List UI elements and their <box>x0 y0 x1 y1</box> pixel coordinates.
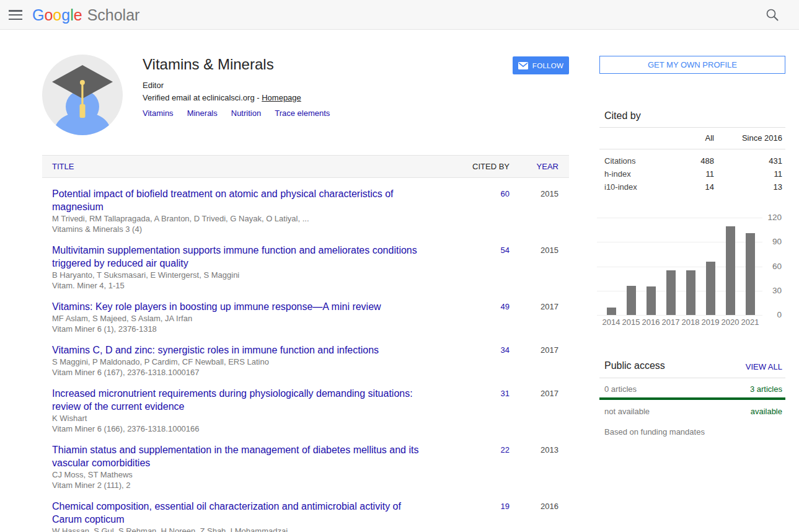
article-main: Multivitamin supplementation supports im… <box>42 244 445 291</box>
article-authors: B Haryanto, T Suksmasari, E Wintergerst,… <box>52 270 430 280</box>
chart-bar[interactable] <box>706 262 715 315</box>
article-year: 2013 <box>510 443 569 490</box>
metric-label: i10-index <box>604 182 661 192</box>
cited-by-title: Cited by <box>604 110 641 122</box>
chart-ytick-label: 60 <box>761 262 782 271</box>
article-cited-by-link[interactable]: 54 <box>445 244 510 291</box>
article-title-link[interactable]: Vitamins: Key role players in boosting u… <box>52 300 430 313</box>
chart-bar[interactable] <box>726 226 735 315</box>
cited-by-row: h-index1111 <box>604 167 782 180</box>
article-title-link[interactable]: Potential impact of biofield treatment o… <box>52 187 430 213</box>
article-row: Vitamins C, D and zinc: synergistic role… <box>42 344 569 378</box>
sort-by-title[interactable]: TITLE <box>42 162 445 171</box>
metric-since-value: 431 <box>714 156 782 166</box>
metric-all-value: 14 <box>661 182 714 192</box>
article-year: 2015 <box>510 244 569 291</box>
article-main: Increased micronutrient requirements dur… <box>42 387 445 434</box>
cited-by-row: Citations488431 <box>604 154 782 167</box>
logo-scholar-text: Scholar <box>87 6 140 24</box>
article-row: Increased micronutrient requirements dur… <box>42 387 569 434</box>
divider <box>599 149 785 149</box>
article-row: Thiamin status and supplementation in th… <box>42 443 569 490</box>
available-label: available <box>751 407 782 416</box>
article-main: Potential impact of biofield treatment o… <box>42 187 445 234</box>
chart-ytick-label: 120 <box>761 213 782 222</box>
menu-icon[interactable] <box>9 10 22 20</box>
chart-bar[interactable] <box>746 233 755 315</box>
interest-link[interactable]: Trace elements <box>275 109 330 118</box>
chart-gridline <box>597 218 762 218</box>
interest-link[interactable]: Vitamins <box>143 109 174 118</box>
follow-label: FOLLOW <box>532 62 563 69</box>
cited-by-column-headers: All Since 2016 <box>604 133 782 143</box>
article-cited-by-link[interactable]: 31 <box>445 387 510 434</box>
not-available-count: 0 articles <box>604 384 750 394</box>
article-main: Vitamins: Key role players in boosting u… <box>42 300 445 334</box>
chart-ytick-label: 0 <box>761 310 782 319</box>
interest-link[interactable]: Minerals <box>187 109 218 118</box>
public-access-progress-bar <box>599 397 785 400</box>
chart-gridline <box>597 291 762 291</box>
article-venue: Vitam Miner 2 (111), 2 <box>52 480 430 490</box>
article-authors: W Hassan, S Gul, S Rehman, H Noreen, Z S… <box>52 526 430 532</box>
logo-letter: o <box>44 6 53 24</box>
logo-letter: G <box>32 6 44 24</box>
get-my-own-profile-button[interactable]: GET MY OWN PROFILE <box>599 56 785 74</box>
citations-chart: 0306090120201420152016201720182019202020… <box>597 218 783 332</box>
logo-letter: g <box>61 6 70 24</box>
article-cited-by-link[interactable]: 19 <box>445 500 510 532</box>
article-venue: Vitam Miner 6 (167), 2376-1318.1000167 <box>52 367 430 378</box>
sort-by-year[interactable]: YEAR <box>510 162 569 171</box>
search-icon[interactable] <box>766 8 779 22</box>
article-title-link[interactable]: Increased micronutrient requirements dur… <box>52 387 430 413</box>
public-access-counts: 0 articles 3 articles <box>604 384 782 394</box>
logo-letter: e <box>74 6 82 24</box>
chart-xtick-label: 2021 <box>737 317 763 327</box>
divider <box>599 127 785 128</box>
view-all-link[interactable]: VIEW ALL <box>604 362 782 371</box>
top-bar: GoogleScholar <box>0 0 799 30</box>
article-cited-by-link[interactable]: 60 <box>445 187 510 234</box>
article-row: Potential impact of biofield treatment o… <box>42 187 569 234</box>
envelope-icon <box>518 62 528 69</box>
homepage-link[interactable]: Homepage <box>262 93 301 102</box>
article-title-link[interactable]: Chemical composition, essential oil char… <box>52 500 430 526</box>
chart-bar[interactable] <box>666 270 676 315</box>
chart-ytick-label: 90 <box>761 237 782 246</box>
logo-google-text: Google <box>32 6 82 24</box>
cited-by-rows: Citations488431h-index1111i10-index1413 <box>604 154 782 193</box>
article-main: Thiamin status and supplementation in th… <box>42 443 445 490</box>
profile-name: Vitamins & Minerals <box>143 56 274 73</box>
article-title-link[interactable]: Multivitamin supplementation supports im… <box>52 244 430 270</box>
interests: VitaminsMineralsNutritionTrace elements <box>143 109 343 118</box>
public-access-labels: not available available <box>604 407 782 416</box>
article-row: Chemical composition, essential oil char… <box>42 500 569 532</box>
article-cited-by-link[interactable]: 34 <box>445 344 510 378</box>
interest-link[interactable]: Nutrition <box>231 109 261 118</box>
chart-bar[interactable] <box>607 308 616 315</box>
chart-gridline <box>597 315 762 316</box>
article-authors: MF Aslam, S Majeed, S Aslam, JA Irfan <box>52 313 430 324</box>
article-cited-by-link[interactable]: 22 <box>445 443 510 490</box>
article-title-link[interactable]: Vitamins C, D and zinc: synergistic role… <box>52 344 430 357</box>
article-cited-by-link[interactable]: 49 <box>445 300 510 334</box>
chart-bar[interactable] <box>627 286 636 315</box>
chart-gridline <box>597 242 762 242</box>
article-row: Vitamins: Key role players in boosting u… <box>42 300 569 334</box>
logo-letter: o <box>53 6 61 24</box>
article-title-link[interactable]: Thiamin status and supplementation in th… <box>52 443 430 469</box>
chart-bar[interactable] <box>647 286 656 315</box>
article-authors: M Trivedi, RM Tallapragada, A Branton, D… <box>52 213 430 224</box>
article-year: 2017 <box>510 387 569 434</box>
available-count[interactable]: 3 articles <box>750 384 782 394</box>
article-main: Vitamins C, D and zinc: synergistic role… <box>42 344 445 378</box>
chart-bar[interactable] <box>686 270 695 315</box>
avatar[interactable] <box>42 55 123 135</box>
article-year: 2017 <box>510 344 569 378</box>
metric-since-value: 11 <box>714 169 782 179</box>
follow-button[interactable]: FOLLOW <box>513 56 569 74</box>
google-scholar-logo[interactable]: GoogleScholar <box>32 6 139 24</box>
scholar-profile-page: GoogleScholar Vitamins & Mineral <box>0 0 799 532</box>
article-year: 2015 <box>510 187 569 234</box>
article-year: 2017 <box>510 300 569 334</box>
